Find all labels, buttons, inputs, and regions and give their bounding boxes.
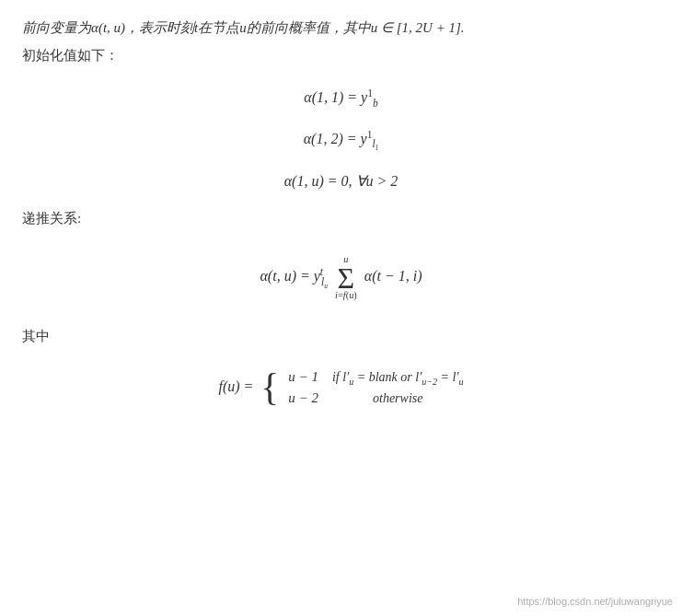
- sum-symbol: Σ: [338, 263, 355, 293]
- zhongqi-label: 其中: [22, 328, 660, 345]
- equation-5: f(u) = { u − 1 if l′u = blank or l′u−2 =…: [22, 367, 660, 408]
- intro-line1: 前向变量为α(t, u)，表示时刻t在节点u的前向概率值，其中u ∈ [1, 2…: [22, 20, 465, 35]
- intro-text: 前向变量为α(t, u)，表示时刻t在节点u的前向概率值，其中u ∈ [1, 2…: [22, 17, 660, 41]
- intro-line2: 初始化值如下：: [22, 44, 660, 68]
- equation-3: α(1, u) = 0, ∀u > 2: [22, 172, 660, 190]
- equation-2: α(1, 2) = y1l1: [22, 129, 660, 153]
- equation-1: α(1, 1) = y1b: [22, 87, 660, 109]
- equation-4: α(t, u) = ytlu u Σ i=f(u) α(t − 1, i): [22, 255, 660, 300]
- recurrence-label: 递推关系:: [22, 210, 660, 227]
- sum-lower: i=f(u): [335, 291, 357, 300]
- watermark: https://blog.csdn.net/juluwangriyue: [517, 596, 673, 607]
